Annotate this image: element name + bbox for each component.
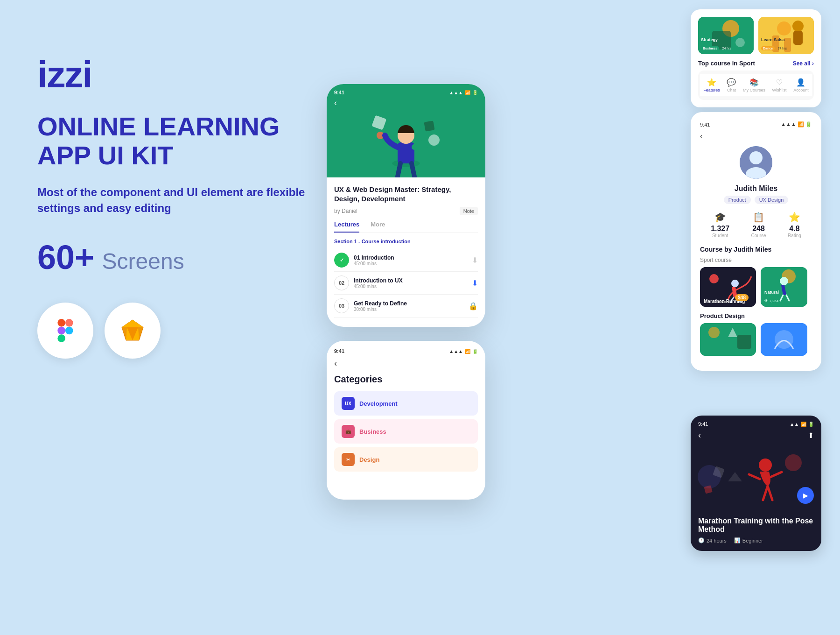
salsa-label: Learn Salsa Dance 97 hrs [761, 35, 787, 51]
brand-logo: izzi [37, 56, 317, 93]
product-design-label: Product Design [700, 312, 812, 319]
hours-text: 24 hours [707, 538, 727, 543]
categories-back[interactable]: ‹ [334, 359, 478, 368]
natural-learners: 👁 1,264 [764, 299, 778, 303]
profile-time: 9:41 [700, 122, 710, 127]
dark-time: 9:41 [698, 421, 708, 427]
top-sport-header: Top course in Sport See all › [698, 60, 814, 67]
natural-label: Natural [764, 290, 779, 295]
my-courses-icon: 📚 [749, 78, 759, 87]
profile-avatar [740, 146, 772, 179]
svg-rect-2 [57, 327, 65, 335]
profile-back-btn[interactable]: ‹ [700, 132, 702, 141]
right-top-section: Strategy Business 24 hrs Learn Salsa [691, 0, 821, 115]
top-courses-title: Top course in Sport [698, 60, 755, 67]
lecture-item-2[interactable]: 02 Introduction to UX 45:00 mins ⬇ [334, 272, 478, 295]
wishlist-label: Wishlist [772, 88, 787, 92]
dark-course-meta: 🕐 24 hours 📊 Beginner [698, 537, 814, 543]
svg-rect-3 [57, 335, 65, 343]
dark-back-btn[interactable]: ‹ [698, 430, 701, 440]
lecture-item-3[interactable]: 03 Get Ready to Define 30:00 mins 🔒 [334, 295, 478, 318]
status-icons: ▲▲▲ 📶 🔋 [449, 90, 478, 95]
author-name: by Daniel [334, 208, 357, 214]
svg-point-36 [780, 277, 788, 285]
back-arrow[interactable]: ‹ [334, 98, 337, 108]
lecture-name-1: 01 Introduction [354, 254, 467, 261]
dark-wifi: 📶 [801, 422, 806, 427]
chat-icon: 💬 [727, 78, 736, 87]
nav-my-courses[interactable]: 📚 My Courses [743, 78, 765, 92]
svg-point-4 [65, 327, 73, 335]
headline-line2: APP UI KIT [37, 141, 173, 170]
cat-wifi: 📶 [465, 349, 470, 354]
sport-label: Sport course [700, 257, 812, 263]
product-thumb-1 [700, 323, 756, 356]
nav-bar: ⭐ Features 💬 Chat 📚 My Courses ♡ Wishlis… [700, 74, 812, 96]
avatar-image [740, 146, 772, 179]
dark-level: 📊 Beginner [734, 537, 763, 543]
dark-banner: ▶ [691, 444, 821, 509]
svg-rect-16 [398, 142, 414, 163]
sport-courses-row: Marathon Running 👁 2,418 learner $48 Nat… [700, 267, 812, 307]
course-illustration [327, 103, 485, 177]
profile-status-icons: ▲▲▲ 📶 🔋 [781, 121, 812, 127]
category-design[interactable]: ✂ Design [334, 447, 478, 472]
category-business[interactable]: 💼 Business [334, 419, 478, 444]
strategy-thumb: Strategy Business 24 hrs [698, 17, 754, 54]
nav-account[interactable]: 👤 Account [793, 78, 809, 92]
dark-header-controls: ‹ ⬆ [691, 430, 821, 440]
strategy-label: Strategy Business 24 hrs [701, 35, 731, 51]
my-courses-label: My Courses [743, 88, 765, 92]
salsa-badge: Dance [761, 46, 775, 50]
dark-phone-status: 9:41 ▲▲ 📶 🔋 [691, 416, 821, 430]
tab-more[interactable]: More [371, 221, 385, 233]
sketch-icon-circle [105, 303, 161, 359]
screens-label: Screens [102, 249, 184, 274]
tag-product: Product [724, 196, 751, 204]
clock-icon: 🕐 [698, 537, 705, 543]
svg-point-32 [709, 274, 719, 283]
lecture-num-2: 02 [334, 275, 349, 290]
dev-icon: UX [342, 397, 355, 410]
svg-point-45 [785, 454, 802, 471]
courses-icon: 📋 [751, 212, 766, 223]
bottom-nav-preview: ⭐ Features 💬 Chat 📚 My Courses ♡ Wishlis… [698, 71, 814, 100]
lecture-num-3: 03 [334, 298, 349, 313]
signal-icon: ▲▲▲ [449, 90, 463, 95]
cat-status-icons: ▲▲▲ 📶 🔋 [449, 349, 478, 354]
svg-rect-11 [371, 115, 386, 130]
svg-point-23 [777, 21, 791, 35]
illustration-svg [359, 107, 453, 177]
nav-wishlist[interactable]: ♡ Wishlist [772, 78, 787, 92]
see-all-link[interactable]: See all › [793, 60, 814, 67]
lecture-info-1: 01 Introduction 45:00 mins [354, 254, 467, 266]
rating-label: Rating [788, 233, 801, 238]
course-header-banner: 9:41 ▲▲▲ 📶 🔋 [327, 84, 485, 177]
screens-count-section: 60+ Screens [37, 238, 317, 276]
biz-icon: 💼 [342, 425, 355, 438]
biz-label: Business [359, 428, 386, 435]
tool-icons-row [37, 303, 317, 359]
wifi-icon: 📶 [465, 90, 470, 95]
lecture-item-1[interactable]: ✓ 01 Introduction 45:00 mins ⬇ [334, 249, 478, 272]
svg-point-38 [708, 327, 720, 338]
tag-ux: UX Design [755, 196, 789, 204]
profile-top-row: ‹ [700, 132, 812, 141]
lecture-name-3: Get Ready to Define [354, 300, 464, 307]
profile-signal: ▲▲▲ 📶 🔋 [781, 121, 812, 127]
dark-share-btn[interactable]: ⬆ [808, 431, 814, 440]
play-button[interactable]: ▶ [797, 487, 814, 504]
level-text: Beginner [742, 538, 763, 543]
tab-lectures[interactable]: Lectures [334, 221, 359, 233]
nav-features[interactable]: ⭐ Features [703, 78, 720, 92]
product-illus-2 [761, 323, 807, 356]
category-development[interactable]: UX Development [334, 391, 478, 416]
features-icon: ⭐ [707, 78, 716, 87]
nav-chat[interactable]: 💬 Chat [727, 78, 736, 92]
salsa-title: Learn Salsa [761, 37, 785, 42]
marathon-meta: 👁 2,418 learner $48 [704, 300, 752, 304]
note-button[interactable]: Note [460, 207, 478, 215]
svg-marker-10 [122, 320, 143, 327]
lecture-num-1: ✓ [334, 253, 349, 268]
battery-icon: 🔋 [472, 90, 478, 95]
